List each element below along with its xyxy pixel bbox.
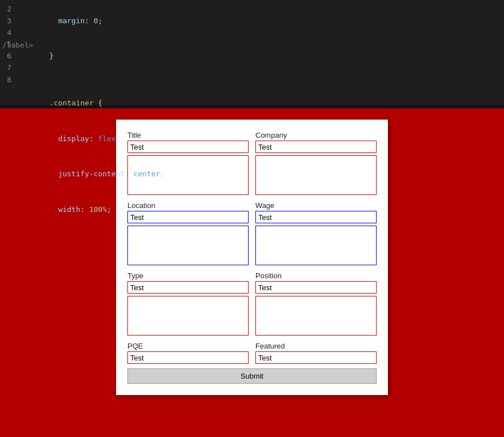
pqe-field: PQE: [127, 342, 249, 364]
code-line: }: [17, 39, 504, 74]
type-input[interactable]: [127, 281, 249, 294]
submit-row: Submit: [127, 368, 377, 384]
featured-label: Featured: [255, 342, 377, 350]
featured-field: Featured: [255, 342, 377, 364]
pqe-label: PQE: [127, 342, 249, 350]
code-line: .container {: [17, 86, 504, 121]
form-row-pqe-featured: PQE Featured: [127, 342, 377, 364]
code-content: margin: 0; } .container { display: flex;…: [17, 0, 504, 105]
type-textarea-wrapper: [127, 296, 249, 340]
code-editor: 2 3 4 5 6 7 8 margin: 0; } .container { …: [0, 0, 504, 105]
line-numbers: 2 3 4 5 6 7 8: [0, 0, 17, 105]
code-line: display: flex;: [17, 121, 504, 156]
position-input[interactable]: [255, 281, 377, 294]
submit-button[interactable]: Submit: [127, 368, 377, 384]
left-label: /label>: [0, 40, 36, 50]
code-line: justify-content: center;: [17, 156, 504, 192]
pqe-input[interactable]: [127, 351, 249, 364]
position-textarea[interactable]: [255, 296, 377, 336]
position-label: Position: [255, 271, 377, 280]
code-line: width: 100%;: [17, 192, 504, 227]
wage-textarea[interactable]: [255, 226, 377, 265]
type-label: Type: [127, 271, 249, 280]
form-row-textarea2: [127, 226, 377, 269]
featured-input[interactable]: [255, 351, 377, 364]
form-row-type-position: Type Position: [127, 271, 377, 294]
location-textarea-wrapper: [127, 226, 249, 269]
position-field: Position: [255, 271, 377, 294]
position-textarea-wrapper: [255, 296, 377, 340]
wage-textarea-wrapper: [255, 226, 377, 269]
code-line: margin: 0;: [17, 3, 504, 39]
form-row-textarea3: [127, 296, 377, 340]
type-textarea[interactable]: [127, 296, 249, 336]
location-textarea[interactable]: [127, 226, 249, 265]
code-line: [17, 74, 504, 86]
type-field: Type: [127, 271, 249, 294]
